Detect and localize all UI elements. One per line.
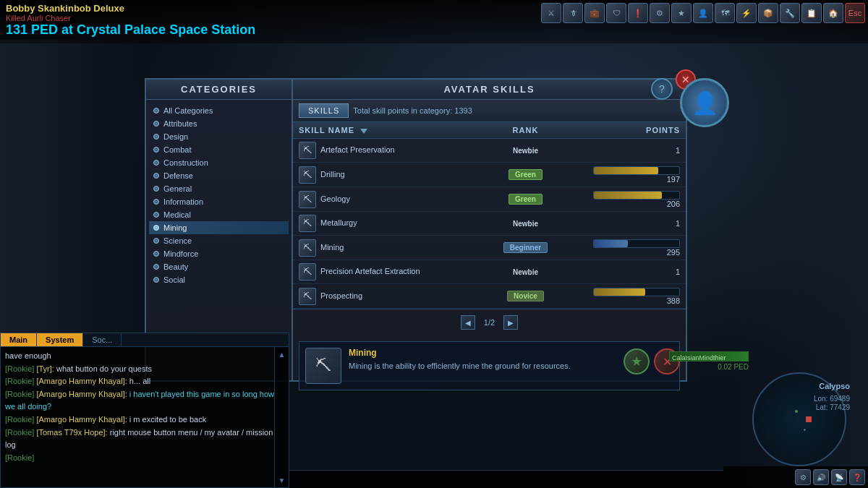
progress-bar-fill	[594, 240, 628, 247]
icon-btn-7[interactable]: ★	[671, 3, 692, 23]
minimap-terrain	[795, 410, 798, 413]
icon-btn-13[interactable]: 📋	[801, 3, 822, 23]
skill-icon: ⛏	[299, 263, 316, 281]
icon-btn-12[interactable]: 🔧	[780, 3, 800, 23]
ped-reward: 131 PED at Crystal Palace Space Station	[6, 22, 255, 38]
skill-points-info: Total skill points in category: 1393	[353, 106, 472, 115]
icon-btn-5[interactable]: ❗	[628, 3, 648, 23]
skills-panel: ✕ AVATAR SKILLS SKILLS Total skill point…	[293, 78, 687, 382]
skill-row[interactable]: ⛏MiningBeginner 295	[293, 236, 686, 260]
cat-dot	[153, 108, 159, 114]
cat-dot	[153, 121, 159, 127]
skill-icon: ⛏	[299, 288, 316, 305]
bottom-icon-3[interactable]: 📡	[831, 469, 847, 485]
rank-badge: Newbie	[507, 267, 544, 277]
skills-tab-row: SKILLS Total skill points in category: 1…	[293, 100, 686, 122]
skill-rank-cell: Newbie	[470, 260, 581, 284]
cat-social[interactable]: Social	[149, 273, 289, 286]
skill-icon: ⛏	[299, 239, 316, 257]
icon-btn-4[interactable]: 🛡	[606, 3, 626, 23]
cat-medical[interactable]: Medical	[149, 208, 289, 221]
icon-btn-2[interactable]: 🗡	[563, 3, 583, 23]
chat-message: [Rookie] [Amargo Hammy Khayal]: i m exci…	[5, 414, 284, 427]
icon-btn-1[interactable]: ⚔	[541, 3, 561, 23]
cat-all-categories[interactable]: All Categories	[149, 104, 289, 117]
skill-rank-cell: Newbie	[470, 212, 581, 236]
cat-dot	[153, 264, 159, 270]
skills-tab[interactable]: SKILLS	[299, 103, 349, 118]
chat-scroll-down[interactable]: ▼	[278, 476, 286, 484]
icon-btn-esc[interactable]: Esc	[845, 3, 865, 23]
sort-arrow-icon	[360, 129, 367, 134]
status-bar	[289, 470, 723, 488]
prev-page-button[interactable]: ◀	[461, 315, 475, 330]
chat-tab-system[interactable]: System	[37, 333, 83, 346]
icon-btn-9[interactable]: 🗺	[715, 3, 735, 23]
rank-badge: Green	[509, 169, 542, 180]
cat-beauty[interactable]: Beauty	[149, 260, 289, 273]
cat-mining[interactable]: Mining	[149, 221, 289, 234]
skill-row[interactable]: ⛏ProspectingNovice 388	[293, 284, 686, 309]
panel-title: AVATAR SKILLS	[293, 80, 686, 100]
skill-row[interactable]: ⛏Artefact PreservationNewbie 1	[293, 139, 686, 163]
minimap-player-dot	[806, 416, 812, 422]
skill-points-cell: 388	[581, 284, 686, 309]
cat-mindforce[interactable]: Mindforce	[149, 247, 289, 260]
skill-row[interactable]: ⛏Precision Artefact ExtractionNewbie 1	[293, 260, 686, 284]
chat-tab-soc[interactable]: Soc...	[83, 333, 122, 346]
skill-rank-cell: Novice	[470, 284, 581, 309]
kill-text: Killed Aurli Chaser	[6, 14, 255, 22]
skill-row[interactable]: ⛏GeologyGreen 206	[293, 187, 686, 212]
chat-scroll-up[interactable]: ▲	[278, 351, 286, 359]
chat-tab-main[interactable]: Main	[1, 333, 37, 346]
skill-row[interactable]: ⛏MetallurgyNewbie 1	[293, 212, 686, 236]
icon-btn-6[interactable]: ⚙	[650, 3, 670, 23]
cat-dot	[153, 199, 159, 205]
next-page-button[interactable]: ▶	[503, 315, 518, 330]
skill-points-cell: 197	[581, 163, 686, 187]
icon-btn-3[interactable]: 💼	[584, 3, 605, 23]
skill-description-title: Mining	[349, 348, 571, 358]
skill-rank-cell: Green	[470, 163, 581, 187]
cat-science[interactable]: Science	[149, 234, 289, 247]
cat-dot	[153, 173, 159, 179]
progress-bar-fill	[594, 192, 662, 199]
chat-area: Main System Soc... have enough [Rookie] …	[0, 333, 289, 488]
icon-btn-14[interactable]: 🏠	[823, 3, 843, 23]
skill-icon: ⛏	[299, 142, 316, 159]
skill-row[interactable]: ⛏DrillingGreen 197	[293, 163, 686, 187]
chat-message: [Rookie] [Tyr]: what button do your ques…	[5, 363, 284, 376]
col-skill-name: SKILL NAME	[293, 122, 470, 139]
cat-attributes[interactable]: Attributes	[149, 117, 289, 130]
bottom-icon-2[interactable]: 🔊	[813, 469, 829, 485]
bottom-icon-1[interactable]: ⚙	[795, 469, 811, 485]
cat-design[interactable]: Design	[149, 130, 289, 143]
chat-messages: have enough [Rookie] [Tyr]: what button …	[1, 347, 289, 474]
cat-information[interactable]: Information	[149, 195, 289, 208]
icon-btn-8[interactable]: 👤	[693, 3, 713, 23]
cat-construction[interactable]: Construction	[149, 156, 289, 169]
chat-scrollbar: ▲ ▼	[274, 348, 289, 487]
cat-dot	[153, 134, 159, 140]
cat-defense[interactable]: Defense	[149, 169, 289, 182]
minimap-lon: Lon: 69489	[814, 395, 850, 403]
icon-btn-11[interactable]: 📦	[758, 3, 778, 23]
cat-combat[interactable]: Combat	[149, 143, 289, 156]
cat-dot	[153, 160, 159, 166]
progress-bar	[593, 288, 680, 296]
rank-badge: Beginner	[503, 242, 548, 253]
skill-name-cell: ⛏Mining	[293, 236, 470, 260]
icon-btn-10[interactable]: ⚡	[736, 3, 757, 23]
skill-points-cell: 295	[581, 236, 686, 260]
player-name: Bobby Skankinbob Deluxe	[6, 3, 255, 14]
minimap-terrain-2	[804, 429, 806, 431]
favorite-button[interactable]: ★	[624, 348, 650, 374]
skill-description-box: ⛏ Mining Mining is the ability to effici…	[299, 341, 680, 390]
chat-message: [Rookie] [Amargo Hammy Khayal]: h... all	[5, 375, 284, 388]
bottom-icon-4[interactable]: ❓	[849, 469, 865, 485]
rank-badge: Newbie	[507, 146, 544, 155]
cat-general[interactable]: General	[149, 182, 289, 195]
col-rank: RANK	[470, 122, 581, 139]
help-button[interactable]: ?	[651, 78, 673, 100]
cat-dot	[153, 277, 159, 283]
